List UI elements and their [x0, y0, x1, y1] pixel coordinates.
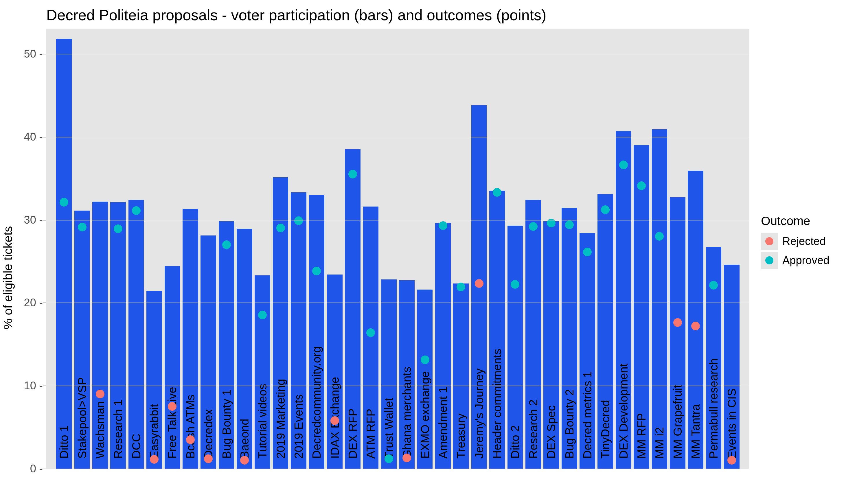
point-rejected	[475, 279, 484, 288]
bar	[165, 266, 180, 468]
bar	[146, 291, 162, 468]
point-rejected	[691, 322, 700, 330]
point-approved	[294, 216, 303, 225]
y-tick-label: 50 -	[24, 48, 43, 60]
y-tick-mark	[43, 137, 46, 137]
y-tick-label: 30 -	[24, 214, 43, 226]
bar	[200, 235, 216, 468]
point-approved	[132, 206, 141, 215]
grid-line	[46, 137, 749, 137]
bar	[381, 280, 397, 468]
y-tick-mark	[43, 54, 46, 54]
bar	[74, 210, 90, 468]
point-approved	[709, 281, 718, 290]
point-rejected	[186, 435, 195, 444]
legend-label: Approved	[782, 254, 830, 267]
point-rejected	[150, 455, 159, 464]
y-axis-title: % of eligible tickets	[1, 226, 15, 329]
bar	[706, 247, 722, 468]
point-approved	[439, 221, 447, 230]
y-tick-mark	[43, 220, 46, 220]
legend: Outcome RejectedApproved	[761, 214, 859, 271]
chart-title: Decred Politeia proposals - voter partic…	[46, 6, 546, 24]
point-approved	[637, 182, 646, 190]
bar	[183, 209, 198, 468]
legend-dot-icon	[765, 256, 773, 264]
legend-item: Approved	[761, 252, 859, 269]
bar	[417, 290, 433, 468]
point-approved	[457, 283, 465, 291]
bar	[291, 192, 306, 468]
point-rejected	[673, 318, 682, 327]
point-approved	[78, 223, 87, 231]
legend-swatch	[761, 233, 778, 250]
plot-area: Ditto 1Stakepool>VSPWachsmanResearch 1DC…	[46, 29, 749, 468]
bar	[309, 195, 324, 468]
y-tick-mark	[43, 468, 46, 469]
bar	[435, 223, 451, 468]
y-tick-label: 20 -	[24, 296, 43, 309]
point-approved	[258, 311, 267, 319]
y-tick-mark	[43, 302, 46, 303]
legend-title: Outcome	[761, 214, 859, 228]
point-rejected	[96, 390, 104, 398]
point-approved	[60, 198, 68, 206]
bar	[255, 275, 270, 468]
bar	[489, 191, 505, 468]
bar	[507, 226, 523, 468]
bar	[525, 200, 541, 468]
point-rejected	[240, 456, 249, 464]
y-axis: % of eligible tickets 0 -10 -20 -30 -40 …	[0, 29, 46, 468]
y-tick-label: 40 -	[24, 130, 43, 143]
point-rejected	[331, 416, 339, 425]
bar	[597, 194, 613, 468]
point-approved	[384, 454, 393, 463]
point-rejected	[168, 402, 177, 411]
bar	[724, 265, 740, 469]
y-tick-label: 10 -	[24, 380, 43, 392]
legend-item: Rejected	[761, 233, 859, 250]
point-approved	[493, 188, 501, 197]
point-approved	[421, 356, 429, 364]
point-rejected	[727, 456, 736, 464]
bar	[670, 197, 685, 468]
bar	[56, 39, 72, 468]
bar	[688, 171, 703, 468]
bar	[453, 284, 469, 468]
point-approved	[312, 267, 321, 275]
bar	[399, 280, 414, 468]
point-approved	[511, 280, 519, 289]
point-rejected	[402, 454, 411, 462]
bar	[580, 233, 595, 468]
bar	[219, 221, 235, 468]
grid-line	[46, 386, 749, 386]
legend-dot-icon	[765, 237, 773, 245]
y-tick-mark	[43, 386, 46, 386]
point-approved	[114, 225, 122, 233]
bar	[562, 208, 577, 468]
chart-figure: Decred Politeia proposals - voter partic…	[0, 0, 868, 488]
bar	[652, 129, 668, 468]
point-rejected	[204, 454, 213, 463]
bar	[110, 202, 126, 468]
grid-line	[46, 302, 749, 303]
legend-swatch	[761, 252, 778, 269]
point-approved	[565, 220, 574, 229]
point-approved	[619, 161, 628, 169]
bar	[363, 206, 379, 468]
bar	[92, 202, 108, 468]
bar	[616, 131, 631, 468]
bar	[327, 274, 343, 468]
bar	[128, 200, 144, 468]
y-tick-label: 0 -	[30, 462, 43, 475]
point-approved	[366, 328, 375, 337]
point-approved	[601, 205, 610, 214]
point-approved	[276, 224, 285, 232]
point-approved	[222, 240, 231, 249]
grid-line	[46, 54, 749, 54]
legend-label: Rejected	[782, 235, 826, 248]
grid-line	[46, 220, 749, 220]
point-approved	[655, 232, 664, 241]
point-approved	[583, 248, 592, 256]
bar	[544, 221, 559, 468]
